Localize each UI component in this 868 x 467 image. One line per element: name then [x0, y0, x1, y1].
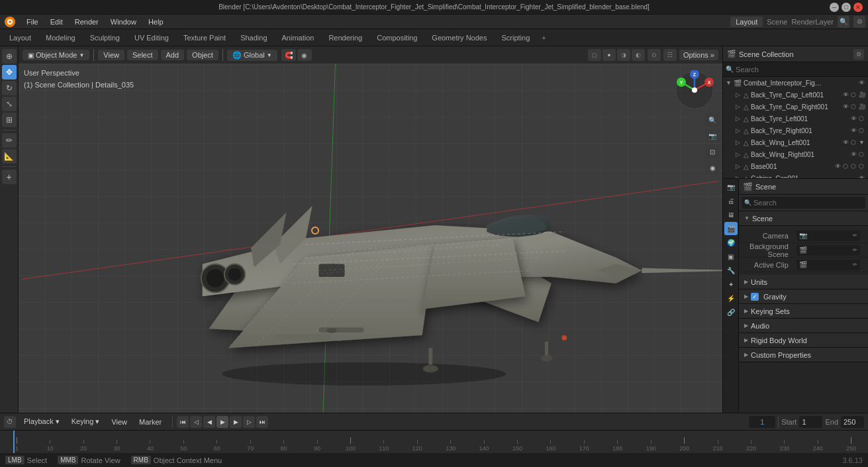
jump-to-end-button[interactable]: ⏭	[256, 416, 268, 428]
props-render-icon[interactable]: 📷	[724, 180, 738, 193]
move-tool[interactable]: ✥	[2, 65, 17, 79]
next-frame-button[interactable]: ▶	[230, 416, 242, 428]
tab-uv-editing[interactable]: UV Editing	[128, 32, 175, 44]
units-section-header[interactable]: ▶ Units	[739, 275, 868, 289]
outliner-item-back-tyre-cap-right[interactable]: ▷ △ Back_Tyre_Cap_Right001 👁 ⬡ 🎥	[723, 101, 868, 113]
end-frame-input[interactable]: 250	[841, 416, 864, 428]
rigid-body-section-header[interactable]: ▶ Rigid Body World	[739, 333, 868, 348]
menu-file[interactable]: File	[21, 17, 44, 27]
view-menu[interactable]: View	[98, 50, 124, 60]
scale-tool[interactable]: ⤡	[2, 97, 17, 111]
outliner-filter[interactable]: ⚙	[853, 49, 864, 60]
outliner-item-back-wing-right[interactable]: ▷ △ Back_Wing_Right001 👁 ⬡	[723, 148, 868, 160]
outliner-item-back-tyre-left[interactable]: ▷ △ Back_Tyre_Left001 👁 ⬡	[723, 113, 868, 125]
tab-layout[interactable]: Layout	[3, 32, 38, 44]
proportional-edit[interactable]: ◉	[297, 49, 312, 61]
filter-button[interactable]: ⚙	[853, 16, 865, 28]
current-frame-display[interactable]: 1	[749, 416, 775, 428]
shading-solid[interactable]: ●	[603, 49, 616, 61]
bg-scene-value[interactable]: 🎬 ✏	[796, 245, 860, 256]
cursor-tool[interactable]: ⊕	[2, 49, 17, 64]
select-menu[interactable]: Select	[127, 50, 158, 60]
keying-menu[interactable]: Keying ▾	[68, 416, 104, 427]
add-tool[interactable]: +	[2, 170, 17, 184]
rotate-tool[interactable]: ↻	[2, 81, 17, 95]
props-object-icon[interactable]: ▣	[724, 250, 738, 263]
audio-section-header[interactable]: ▶ Audio	[739, 319, 868, 333]
tab-scripting[interactable]: Scripting	[495, 32, 536, 44]
next-keyframe-button[interactable]: ▷	[243, 416, 255, 428]
tab-sculpting[interactable]: Sculpting	[83, 32, 126, 44]
annotate-tool[interactable]: ✏	[2, 133, 17, 148]
props-search-input[interactable]	[753, 199, 863, 207]
add-workspace-button[interactable]: +	[538, 32, 550, 44]
menu-window[interactable]: Window	[105, 17, 142, 27]
jump-to-start-button[interactable]: ⏮	[177, 416, 189, 428]
transform-space[interactable]: 🌐 Global ▼	[227, 50, 277, 61]
props-output-icon[interactable]: 🖨	[724, 194, 738, 207]
gravity-checkbox[interactable]: ✓	[751, 293, 759, 301]
props-modifier-icon[interactable]: 🔧	[724, 264, 738, 277]
props-physics-icon[interactable]: ⚡	[724, 291, 738, 305]
add-menu[interactable]: Add	[161, 50, 185, 60]
outliner-search[interactable]: 🔍	[723, 62, 868, 77]
start-frame-input[interactable]: 1	[799, 416, 822, 428]
menu-render[interactable]: Render	[70, 17, 104, 27]
props-constraints-icon[interactable]: 🔗	[724, 305, 738, 319]
active-clip-value[interactable]: 🎬 ✏	[796, 260, 860, 270]
tab-animation[interactable]: Animation	[275, 32, 321, 44]
object-menu[interactable]: Object	[187, 50, 218, 60]
tab-rendering[interactable]: Rendering	[322, 32, 369, 44]
props-particles-icon[interactable]: ✦	[724, 278, 738, 291]
outliner-item-back-tyre-right[interactable]: ▷ △ Back_Tyre_Right001 👁 ⬡	[723, 125, 868, 136]
shading-material[interactable]: ◑	[617, 49, 630, 61]
tab-geometry-nodes[interactable]: Geometry Nodes	[425, 32, 493, 44]
outliner-item-back-wing-left[interactable]: ▷ △ Back_Wing_Left001 👁 ⬡ ▼	[723, 136, 868, 148]
props-scene-icon[interactable]: 🎬	[724, 222, 738, 235]
menu-edit[interactable]: Edit	[45, 17, 68, 27]
local-view-button[interactable]: ◉	[705, 160, 720, 175]
transform-tool[interactable]: ⊞	[2, 113, 17, 127]
axis-gizmo[interactable]: X Y Z	[675, 70, 714, 110]
outliner-item-root[interactable]: ▼ 🎬 Combat_Interceptor_Fighter_Jet_Simpl…	[723, 77, 868, 89]
mode-selector[interactable]: ▣ Object Mode ▼	[23, 50, 89, 60]
marker-menu[interactable]: Marker	[135, 417, 166, 427]
menu-help[interactable]: Help	[143, 17, 169, 27]
tab-texture-paint[interactable]: Texture Paint	[177, 32, 232, 44]
view-camera-button[interactable]: 📷	[705, 129, 720, 143]
view-menu-tl[interactable]: View	[107, 417, 131, 427]
play-button[interactable]: ▶	[217, 416, 228, 428]
shading-rendered[interactable]: ◐	[632, 49, 645, 61]
timeline-ruler[interactable]: 1 10 20 30 40 50 60 70 80 90 100 110 120…	[0, 431, 868, 453]
overlay-toggle[interactable]: ⊙	[648, 49, 661, 61]
snap-toggle[interactable]: 🧲	[281, 49, 296, 61]
scene-section-header[interactable]: ▼ Scene	[739, 211, 868, 226]
custom-props-section-header[interactable]: ▶ Custom Properties	[739, 348, 868, 362]
options-button[interactable]: Options »	[679, 50, 718, 60]
prev-frame-button[interactable]: ◀	[203, 416, 215, 428]
props-world-icon[interactable]: 🌍	[724, 236, 738, 249]
tab-shading[interactable]: Shading	[234, 32, 273, 44]
props-view-icon[interactable]: 🖥	[724, 208, 738, 221]
view-all-button[interactable]: ⊡	[705, 144, 720, 159]
timeline-clock-icon[interactable]: ⏱	[4, 416, 16, 428]
gizmo-toggle[interactable]: ☷	[663, 49, 677, 61]
camera-value[interactable]: 📷 ✏	[796, 231, 860, 241]
close-button[interactable]: ✕	[853, 3, 863, 12]
prev-keyframe-button[interactable]: ◁	[190, 416, 202, 428]
shading-wireframe[interactable]: ◻	[588, 49, 601, 61]
tab-compositing[interactable]: Compositing	[370, 32, 424, 44]
workspace-selector[interactable]: Layout	[730, 17, 763, 27]
zoom-in-button[interactable]: 🔍	[705, 113, 720, 127]
gravity-section-header[interactable]: ▶ ✓ Gravity	[739, 289, 868, 304]
search-button[interactable]: 🔍	[838, 16, 849, 28]
measure-tool[interactable]: 📐	[2, 149, 17, 164]
playback-menu[interactable]: Playback ▾	[20, 416, 64, 427]
keying-sets-section-header[interactable]: ▶ Keying Sets	[739, 304, 868, 319]
maximize-button[interactable]: □	[842, 3, 851, 12]
outliner-item-cabine[interactable]: ▷ △ Cabine_Cap001 👁	[723, 172, 868, 179]
tab-modeling[interactable]: Modeling	[39, 32, 82, 44]
visibility-icon[interactable]: 👁	[859, 79, 865, 86]
viewport[interactable]: ▣ Object Mode ▼ View Select Add Object 🌐…	[19, 46, 722, 413]
outliner-search-input[interactable]	[736, 66, 865, 74]
